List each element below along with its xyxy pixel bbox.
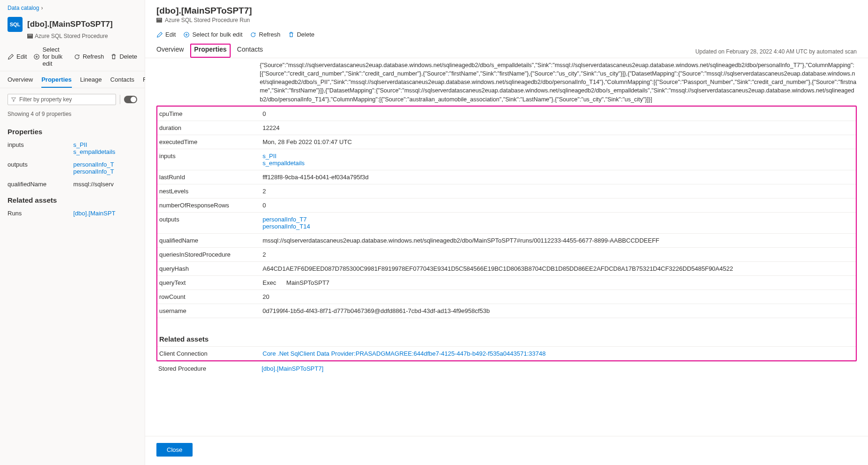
table-row: Stored Procedure[dbo].[MainSPToSPT7] <box>156 362 857 376</box>
prop-value: 0 <box>261 107 856 121</box>
output-link-1[interactable]: personalInfo_T <box>73 161 114 168</box>
left-properties-list: inputs s_PII s_empalldetails outputs per… <box>0 138 145 191</box>
prop-key: outputs <box>157 212 261 233</box>
output-link-1[interactable]: personalInfo_T7 <box>263 216 307 223</box>
prop-key: queryText <box>157 275 261 290</box>
left-tabs: Overview Properties Lineage Contacts Re <box>0 71 145 88</box>
tab-overview[interactable]: Overview <box>8 76 33 88</box>
refresh-label: Refresh <box>83 53 104 60</box>
pencil-icon <box>8 53 14 60</box>
prop-value: 20 <box>261 290 856 304</box>
delete-label: Delete <box>297 31 315 38</box>
detail-body[interactable]: {"Source":"mssql://sqlserverdatascaneus2… <box>145 58 868 436</box>
prop-value: 12224 <box>261 121 856 135</box>
table-row: outputspersonalInfo_T7personalInfo_T14 <box>157 212 856 233</box>
sql-icon: SQL <box>8 17 23 32</box>
app-root: Data catalog› SQL [dbo].[MainSPToSPT7] A… <box>0 0 868 465</box>
tab-properties[interactable]: Properties <box>41 76 71 88</box>
properties-table: cpuTime0 duration12224 executedTimeMon, … <box>157 107 856 361</box>
prop-row-outputs: outputs personalInfo_T personalInfo_T <box>0 158 145 178</box>
prop-row-qualifiedname: qualifiedName mssql://sqlserv <box>0 178 145 191</box>
tab-lineage[interactable]: Lineage <box>80 76 102 88</box>
entity-header: SQL [dbo].[MainSPToSPT7] <box>0 13 145 36</box>
showing-count: Showing 4 of 9 properties <box>0 109 145 122</box>
client-connection-link[interactable]: Core .Net SqlClient Data Provider:PRASAD… <box>263 350 546 357</box>
tab-properties[interactable]: Properties <box>194 46 226 58</box>
refresh-button[interactable]: Refresh <box>250 31 280 38</box>
plus-circle-icon <box>183 31 190 38</box>
breadcrumb-root[interactable]: Data catalog <box>8 5 39 11</box>
entity-title: [dbo].[MainSPToSPT7] <box>27 20 113 29</box>
trash-icon <box>288 31 294 38</box>
prop-value: 2 <box>261 184 856 198</box>
entity-subtitle-row: Azure SQL Stored Procedure <box>0 33 145 39</box>
edit-button[interactable]: Edit <box>8 53 27 60</box>
table-row: lastRunIdfff128f8-9cba-4154-b041-ef034a7… <box>157 170 856 184</box>
table-row: duration12224 <box>157 121 856 135</box>
detail-header: [dbo].[MainSPToSPT7] Azure SQL Stored Pr… <box>145 0 868 26</box>
prop-key: queryHash <box>157 261 261 275</box>
pencil-icon <box>156 31 163 38</box>
input-link-2[interactable]: s_empalldetails <box>73 148 116 155</box>
properties-highlight-box: cpuTime0 duration12224 executedTimeMon, … <box>156 106 857 362</box>
bulk-edit-button[interactable]: Select for bulk edit <box>33 46 67 67</box>
related-key: Stored Procedure <box>156 362 260 376</box>
delete-button[interactable]: Delete <box>288 31 315 38</box>
edit-label: Edit <box>16 53 27 60</box>
prop-key: username <box>157 304 261 318</box>
related-key: Runs <box>8 210 73 217</box>
prop-key: queriesInStoredProcedure <box>157 247 261 261</box>
table-row: inputss_PIIs_empalldetails <box>157 149 856 170</box>
prop-key: qualifiedName <box>157 233 261 247</box>
bulk-edit-button[interactable]: Select for bulk edit <box>183 31 242 38</box>
prop-value: Exec MainSPToSPT7 <box>261 275 856 290</box>
prop-row-inputs: inputs s_PII s_empalldetails <box>0 138 145 158</box>
prop-key: numberOfResponseRows <box>157 198 261 212</box>
prop-key: rowCount <box>157 290 261 304</box>
table-row: numberOfResponseRows0 <box>157 198 856 212</box>
prop-key: executedTime <box>157 135 261 149</box>
trash-icon <box>110 53 117 60</box>
toggle-switch[interactable] <box>124 96 137 103</box>
breadcrumb: Data catalog› <box>0 0 145 13</box>
runs-link[interactable]: [dbo].[MainSPT <box>73 210 116 217</box>
table-row: Client ConnectionCore .Net SqlClient Dat… <box>157 347 856 361</box>
tab-contacts[interactable]: Contacts <box>237 46 263 58</box>
refresh-button[interactable]: Refresh <box>74 53 104 60</box>
detail-subtitle-row: Azure SQL Stored Procedure Run <box>156 17 857 23</box>
prop-value: A64CD1AE7F6D9EED087D785300C9981F8919978E… <box>261 261 856 275</box>
prop-key: cpuTime <box>157 107 261 121</box>
right-panel: [dbo].[MainSPToSPT7] Azure SQL Stored Pr… <box>145 0 868 465</box>
bulk-edit-label: Select for bulk edit <box>192 31 242 38</box>
output-link-2[interactable]: personalInfo_T14 <box>263 223 310 230</box>
chevron-right-icon: › <box>39 5 45 11</box>
stored-procedure-link[interactable]: [dbo].[MainSPToSPT7] <box>262 365 324 372</box>
close-button[interactable]: Close <box>156 443 193 457</box>
filter-input[interactable]: Filter by property key <box>8 94 116 105</box>
filter-placeholder: Filter by property key <box>19 96 72 103</box>
input-link-1[interactable]: s_PII <box>263 152 277 160</box>
delete-button[interactable]: Delete <box>110 53 137 60</box>
input-link-2[interactable]: s_empalldetails <box>263 160 305 167</box>
left-toolbar: Edit Select for bulk edit Refresh Delete <box>0 42 145 71</box>
prop-key: inputs <box>157 149 261 170</box>
prop-value: 0d7199f4-1b5d-4f43-8f71-d777b0467369@ddf… <box>261 304 856 318</box>
table-row: cpuTime0 <box>157 107 856 121</box>
prop-key: inputs <box>8 141 73 148</box>
output-link-2[interactable]: personalInfo_T <box>73 168 114 175</box>
detail-toolbar: Edit Select for bulk edit Refresh Delete <box>145 26 868 43</box>
prop-key: duration <box>157 121 261 135</box>
detail-footer: Close <box>145 436 868 465</box>
detail-tabs: Overview Properties Contacts <box>156 46 263 58</box>
table-row: queryHashA64CD1AE7F6D9EED087D785300C9981… <box>157 261 856 275</box>
prop-key: lastRunId <box>157 170 261 184</box>
edit-button[interactable]: Edit <box>156 31 176 38</box>
tab-contacts[interactable]: Contacts <box>110 76 134 88</box>
related-row-runs: Runs [dbo].[MainSPT <box>0 207 145 220</box>
prop-value: fff128f8-9cba-4154-b041-ef034a795f3d <box>261 170 856 184</box>
prop-value: 0 <box>261 198 856 212</box>
left-related-list: Runs [dbo].[MainSPT <box>0 207 145 220</box>
tab-overview[interactable]: Overview <box>156 46 184 58</box>
prop-key: qualifiedName <box>8 181 73 188</box>
input-link-1[interactable]: s_PII <box>73 141 87 148</box>
